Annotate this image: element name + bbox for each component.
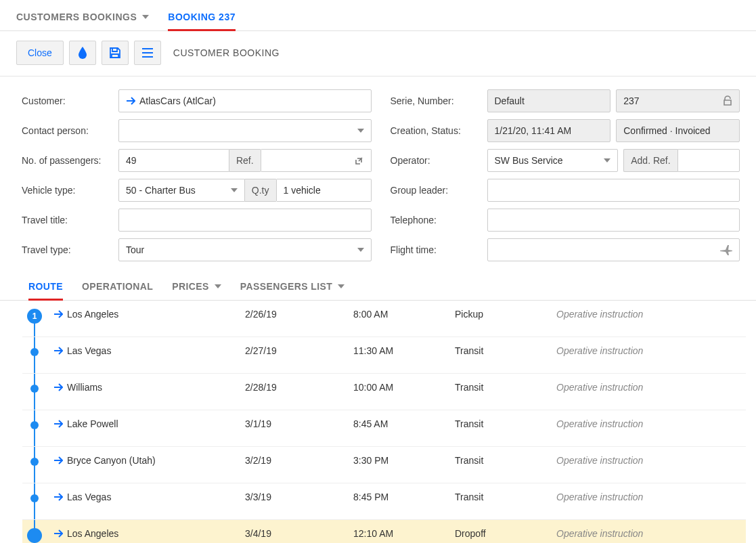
qty-field[interactable]: 1 vehicle (277, 179, 372, 202)
customer-field[interactable]: AtlasCars (AtlCar) (118, 89, 372, 112)
tab-booking-detail[interactable]: BOOKING 237 (168, 12, 236, 31)
arrow-right-icon (53, 347, 63, 355)
route-row[interactable]: Williams2/28/1910:00 AMTransitOperative … (22, 374, 746, 410)
route-type: Transit (448, 410, 550, 446)
addref-field[interactable] (677, 149, 740, 172)
status-value: Confirmed · Invoiced (623, 125, 732, 136)
route-instruction[interactable]: Operative instruction (550, 410, 746, 446)
route-row[interactable]: 1Los Angeles2/26/198:00 AMPickupOperativ… (22, 301, 746, 337)
route-time: 12:10 AM (347, 520, 448, 543)
route-type: Transit (448, 337, 550, 373)
unlock-icon[interactable] (723, 95, 732, 106)
route-location[interactable]: Williams (53, 382, 102, 393)
vehicle-type-select[interactable]: 50 - Charter Bus (118, 179, 245, 202)
route-type: Transit (448, 447, 550, 483)
route-marker: 1 (22, 301, 47, 336)
tab-customers-bookings[interactable]: CUSTOMERS BOOKINGS (16, 12, 149, 30)
route-dot (30, 494, 39, 502)
contact-field[interactable] (118, 119, 372, 142)
route-row[interactable]: Los Angeles3/4/1912:10 AMDropoffOperativ… (22, 520, 746, 543)
route-instruction[interactable]: Operative instruction (550, 301, 746, 336)
toolbar: Close CUSTOMER BOOKING (0, 31, 756, 77)
route-marker (22, 483, 47, 519)
route-row[interactable]: Lake Powell3/1/198:45 AMTransitOperative… (22, 410, 746, 447)
vehicle-value: 50 - Charter Bus (126, 185, 231, 196)
qty-value: 1 vehicle (284, 185, 364, 196)
leader-label: Group leader: (391, 185, 482, 196)
operator-select[interactable]: SW Bus Service (487, 149, 619, 172)
flight-label: Flight time: (391, 244, 482, 255)
chevron-down-icon (215, 284, 221, 288)
route-instruction[interactable]: Operative instruction (550, 374, 746, 410)
route-row[interactable]: Las Vegas3/3/198:45 PMTransitOperative i… (22, 483, 746, 520)
chevron-down-icon (231, 188, 238, 192)
route-date: 2/27/19 (238, 337, 347, 373)
route-dot (30, 385, 39, 393)
route-location[interactable]: Lake Powell (53, 418, 118, 429)
close-button[interactable]: Close (16, 41, 64, 65)
arrow-right-icon (53, 529, 63, 538)
tab-operational[interactable]: OPERATIONAL (82, 281, 153, 300)
contact-label: Contact person: (22, 125, 113, 136)
save-icon (109, 47, 121, 59)
tab-label: PASSENGERS LIST (240, 281, 332, 292)
tab-label: CUSTOMERS BOOKINGS (16, 12, 137, 22)
route-type: Transit (448, 483, 550, 519)
route-instruction[interactable]: Operative instruction (550, 337, 746, 373)
phone-label: Telephone: (391, 215, 482, 225)
external-link-icon[interactable] (355, 156, 364, 165)
qty-addon: Q.ty (245, 179, 277, 202)
plane-icon (720, 244, 732, 255)
route-location-text: Las Vegas (67, 345, 111, 356)
leader-field[interactable] (487, 179, 740, 202)
passengers-field[interactable]: 49 (118, 149, 229, 172)
page-title: CUSTOMER BOOKING (173, 47, 280, 58)
route-location[interactable]: Bryce Canyon (Utah) (53, 455, 156, 466)
passengers-label: No. of passengers: (22, 155, 113, 166)
close-label: Close (28, 47, 52, 58)
phone-field[interactable] (487, 209, 740, 232)
travel-title-field[interactable] (118, 209, 372, 232)
creation-field: 1/21/20, 11:41 AM (487, 119, 611, 142)
drop-button[interactable] (69, 41, 96, 65)
flight-field[interactable] (487, 238, 740, 261)
chevron-down-icon (604, 158, 610, 162)
chevron-down-icon (357, 248, 364, 252)
route-location-text: Las Vegas (67, 492, 111, 502)
arrow-right-icon[interactable] (126, 97, 135, 105)
chevron-down-icon (338, 284, 344, 288)
arrow-right-icon (53, 310, 63, 318)
save-button[interactable] (102, 41, 129, 65)
ref-field[interactable] (261, 149, 372, 172)
serie-value: Default (495, 95, 604, 106)
travel-type-select[interactable]: Tour (118, 238, 372, 261)
tab-passengers[interactable]: PASSENGERS LIST (240, 281, 344, 300)
route-marker (22, 337, 47, 373)
route-location[interactable]: Las Vegas (53, 345, 111, 356)
menu-button[interactable] (134, 41, 161, 65)
tab-prices[interactable]: PRICES (172, 281, 221, 300)
route-location[interactable]: Los Angeles (53, 309, 118, 320)
route-instruction[interactable]: Operative instruction (550, 447, 746, 483)
route-location-text: Bryce Canyon (Utah) (67, 455, 156, 466)
route-table: 1Los Angeles2/26/198:00 AMPickupOperativ… (22, 301, 746, 543)
route-date: 3/4/19 (238, 520, 347, 543)
route-marker (22, 447, 47, 483)
route-instruction[interactable]: Operative instruction (550, 520, 746, 543)
route-date: 2/28/19 (238, 374, 347, 410)
travel-type-value: Tour (126, 244, 357, 255)
route-location[interactable]: Los Angeles (53, 528, 118, 539)
route-instruction[interactable]: Operative instruction (550, 483, 746, 519)
route-row[interactable]: Bryce Canyon (Utah)3/2/193:30 PMTransitO… (22, 447, 746, 483)
route-dot (30, 458, 39, 466)
route-location-text: Los Angeles (67, 528, 118, 539)
creation-value: 1/21/20, 11:41 AM (495, 125, 604, 136)
route-row[interactable]: Las Vegas2/27/1911:30 AMTransitOperative… (22, 337, 746, 374)
travel-title-label: Travel title: (22, 215, 113, 225)
route-dot (30, 421, 39, 429)
tab-route[interactable]: ROUTE (28, 281, 63, 301)
arrow-right-icon (53, 493, 63, 501)
drop-icon (77, 46, 88, 60)
route-dot (27, 528, 42, 543)
route-location[interactable]: Las Vegas (53, 492, 111, 502)
